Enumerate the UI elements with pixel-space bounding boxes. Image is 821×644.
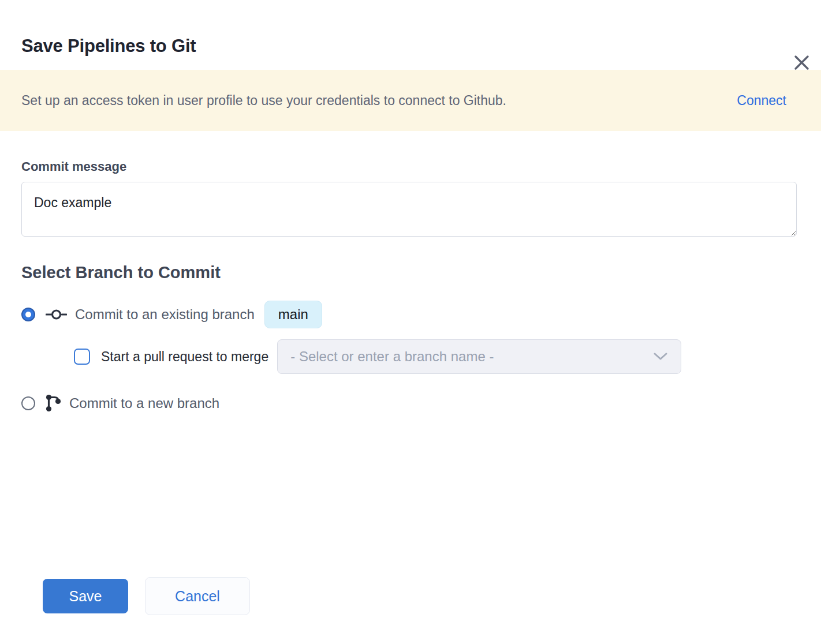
chevron-down-icon bbox=[653, 352, 668, 361]
cancel-button[interactable]: Cancel bbox=[145, 577, 250, 615]
save-button[interactable]: Save bbox=[43, 579, 128, 613]
existing-branch-label: Commit to an existing branch bbox=[75, 306, 255, 323]
connect-link[interactable]: Connect bbox=[737, 93, 786, 108]
access-token-banner: Set up an access token in user profile t… bbox=[0, 70, 821, 131]
page-title: Save Pipelines to Git bbox=[21, 36, 821, 57]
target-branch-dropdown[interactable]: - Select or enter a branch name - bbox=[277, 339, 681, 374]
save-pipelines-modal: Save Pipelines to Git Set up an access t… bbox=[0, 36, 821, 644]
modal-body: Commit message Doc example Select Branch… bbox=[0, 159, 821, 615]
commit-message-label: Commit message bbox=[21, 159, 797, 174]
dropdown-placeholder: - Select or enter a branch name - bbox=[290, 349, 494, 365]
new-branch-radio[interactable] bbox=[21, 396, 35, 410]
new-branch-label: Commit to a new branch bbox=[69, 395, 219, 411]
pull-request-label: Start a pull request to merge bbox=[101, 349, 268, 365]
existing-branch-row: Commit to an existing branch main bbox=[21, 301, 797, 328]
radio-dot bbox=[25, 312, 31, 317]
pull-request-checkbox[interactable] bbox=[74, 349, 90, 365]
modal-footer: Save Cancel bbox=[43, 577, 797, 615]
new-branch-row: Commit to a new branch bbox=[21, 394, 797, 412]
banner-message: Set up an access token in user profile t… bbox=[21, 93, 506, 108]
existing-branch-radio[interactable] bbox=[21, 308, 35, 321]
git-commit-icon bbox=[46, 308, 67, 321]
current-branch-badge: main bbox=[264, 301, 322, 328]
pull-request-row: Start a pull request to merge - Select o… bbox=[74, 339, 797, 374]
git-branch-icon bbox=[46, 394, 61, 412]
commit-message-input[interactable]: Doc example bbox=[21, 182, 797, 237]
close-icon bbox=[793, 54, 810, 71]
close-button[interactable] bbox=[791, 52, 812, 73]
branch-section-heading: Select Branch to Commit bbox=[21, 263, 797, 282]
